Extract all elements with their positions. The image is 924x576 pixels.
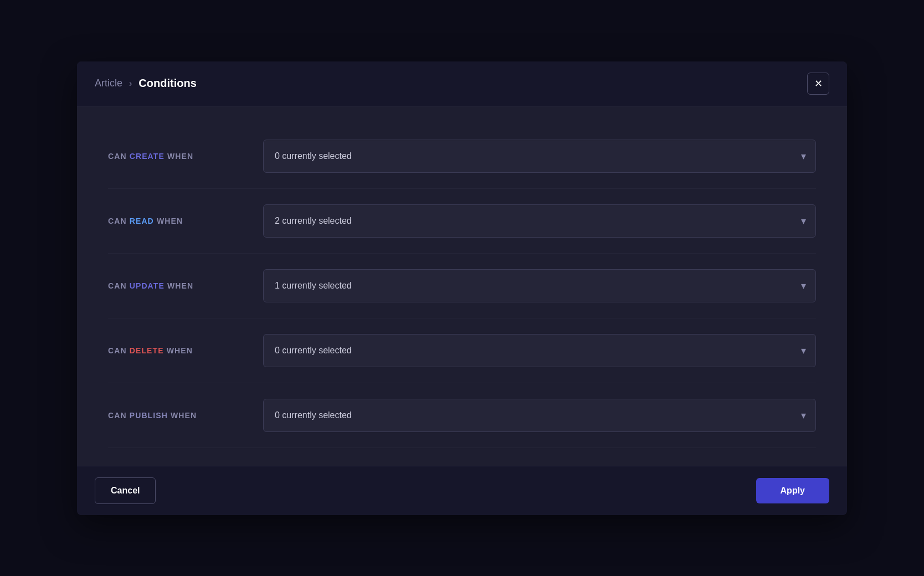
condition-prefix-read: CAN [108,217,130,225]
condition-action-create: CREATE [130,152,165,161]
modal-overlay: Article › Conditions ✕ CAN CREATE WHEN 0… [0,0,924,576]
condition-action-publish: PUBLISH [130,411,168,420]
modal: Article › Conditions ✕ CAN CREATE WHEN 0… [77,61,847,515]
condition-row-create: CAN CREATE WHEN 0 currently selected 1 c… [108,124,816,189]
condition-select-read[interactable]: 0 currently selected 1 currently selecte… [263,204,816,238]
condition-label-create: CAN CREATE WHEN [108,152,263,161]
condition-prefix-publish: CAN [108,411,130,420]
breadcrumb-chevron-icon: › [129,79,132,89]
close-icon: ✕ [814,78,823,90]
apply-button[interactable]: Apply [756,478,829,503]
condition-select-create[interactable]: 0 currently selected 1 currently selecte… [263,140,816,173]
condition-label-delete: CAN DELETE WHEN [108,346,263,355]
modal-footer: Cancel Apply [77,466,847,515]
select-wrapper-read: 0 currently selected 1 currently selecte… [263,204,816,238]
condition-prefix-update: CAN [108,281,130,290]
cancel-button[interactable]: Cancel [95,477,156,504]
condition-row-delete: CAN DELETE WHEN 0 currently selected 1 c… [108,318,816,383]
condition-row-publish: CAN PUBLISH WHEN 0 currently selected 1 … [108,383,816,448]
select-wrapper-publish: 0 currently selected 1 currently selecte… [263,399,816,432]
condition-label-update: CAN UPDATE WHEN [108,281,263,290]
condition-prefix-create: CAN [108,152,130,161]
condition-suffix-update: WHEN [167,281,193,290]
condition-suffix-read: WHEN [157,217,183,225]
condition-row-read: CAN READ WHEN 0 currently selected 1 cur… [108,189,816,254]
breadcrumb: Article › Conditions [95,77,197,90]
condition-action-delete: DELETE [130,346,164,355]
condition-label-publish: CAN PUBLISH WHEN [108,411,263,420]
condition-prefix-delete: CAN [108,346,130,355]
select-wrapper-update: 0 currently selected 1 currently selecte… [263,269,816,302]
condition-action-update: UPDATE [130,281,165,290]
breadcrumb-current: Conditions [138,77,196,90]
condition-suffix-create: WHEN [167,152,193,161]
condition-action-read: READ [130,217,154,225]
condition-suffix-delete: WHEN [167,346,193,355]
condition-suffix-publish: WHEN [171,411,197,420]
condition-select-publish[interactable]: 0 currently selected 1 currently selecte… [263,399,816,432]
modal-body: CAN CREATE WHEN 0 currently selected 1 c… [77,106,847,466]
condition-label-read: CAN READ WHEN [108,217,263,225]
condition-select-update[interactable]: 0 currently selected 1 currently selecte… [263,269,816,302]
select-wrapper-delete: 0 currently selected 1 currently selecte… [263,334,816,367]
close-button[interactable]: ✕ [807,73,829,95]
condition-row-update: CAN UPDATE WHEN 0 currently selected 1 c… [108,254,816,318]
breadcrumb-parent: Article [95,78,122,89]
condition-select-delete[interactable]: 0 currently selected 1 currently selecte… [263,334,816,367]
modal-header: Article › Conditions ✕ [77,61,847,106]
select-wrapper-create: 0 currently selected 1 currently selecte… [263,140,816,173]
